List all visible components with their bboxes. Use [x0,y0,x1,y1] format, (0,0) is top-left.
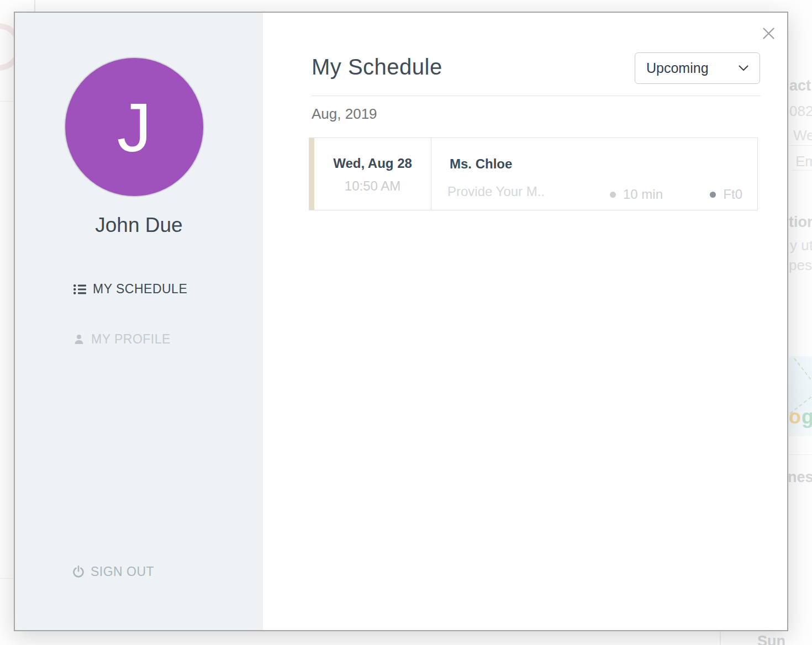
sidebar-item-my-profile[interactable]: MY PROFILE [73,332,171,347]
bg-divider [0,101,14,102]
user-name: John Due [15,214,263,237]
bg-text-fragment: Em [795,153,812,170]
bg-divider [720,631,721,645]
bg-divider [34,0,35,12]
bg-divider [789,454,812,455]
chevron-down-icon [739,65,748,71]
bg-divider [0,578,14,579]
appointment-accent-bar [309,138,314,210]
map-logo-letter: o [789,405,802,428]
bg-text-fragment: y ut [790,237,812,254]
code-bullet-icon [710,192,716,198]
avatar: J [64,57,204,197]
page-title: My Schedule [312,55,442,80]
bg-divider [792,170,812,171]
schedule-filter-dropdown[interactable]: Upcoming [635,52,760,84]
appointment-card[interactable]: Wed, Aug 28 10:50 AM Ms. Chloe Provide Y… [309,138,758,210]
bg-map-fragment: og [789,356,812,436]
code-label: Ft0 [723,187,742,202]
appointment-time: 10:50 AM [314,178,431,194]
appointment-date-column: Wed, Aug 28 10:50 AM [314,138,431,210]
sidebar-item-label: MY PROFILE [91,332,171,347]
duration-label: 10 min [623,187,663,202]
appointment-date: Wed, Aug 28 [314,156,431,171]
map-path [790,356,812,389]
sidebar-item-label: MY SCHEDULE [93,282,187,297]
my-schedule-modal: J John Due MY SCHEDULE [14,12,788,631]
close-button[interactable] [761,26,776,40]
close-icon [762,27,775,40]
dropdown-selected-value: Upcoming [646,60,739,76]
bg-text-fragment: We [793,127,812,144]
sign-out-button[interactable]: SIGN OUT [72,564,154,579]
profile-sidebar: J John Due MY SCHEDULE [15,13,263,630]
avatar-initial: J [117,93,152,162]
bg-text-fragment: ness [788,469,812,486]
appointment-code: Ft0 [710,187,742,202]
bg-divider [789,145,812,146]
appointment-client: Ms. Chloe [450,156,512,172]
sidebar-item-my-schedule[interactable]: MY SCHEDULE [73,282,187,297]
bg-text-fragment: Sun [757,633,785,645]
bg-text-fragment: tion [789,214,812,231]
header-divider [312,96,761,96]
list-icon [73,284,86,294]
map-provider-logo: og [789,405,812,429]
duration-bullet-icon [610,192,616,198]
sign-out-label: SIGN OUT [91,564,154,579]
map-logo-letter: g [802,405,812,428]
bg-text-fragment: pes [789,257,812,274]
appointment-duration: 10 min [610,187,663,202]
appointment-service: Provide Your M.. [447,184,545,199]
schedule-panel: My Schedule Upcoming Aug, 2019 Wed, Aug … [263,13,787,630]
person-icon [73,334,85,345]
power-icon [72,565,85,578]
bg-text-fragment: act [789,77,811,94]
month-header: Aug, 2019 [312,105,377,123]
bg-text-fragment: 082 [789,103,812,120]
